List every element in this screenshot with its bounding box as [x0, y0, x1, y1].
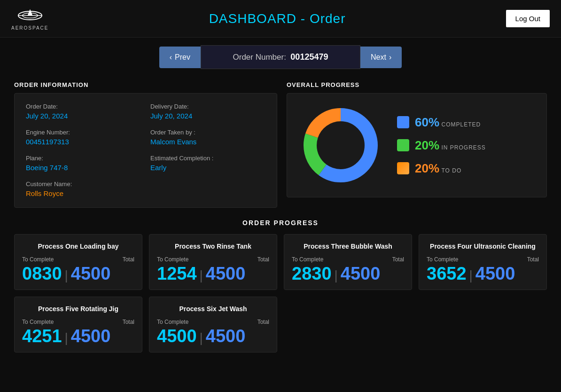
- stat-complete-value: 1254: [157, 265, 197, 282]
- stat-values: 4500 | 4500: [157, 327, 269, 345]
- stat-total-value: 4500: [71, 327, 111, 345]
- customer-label: Customer Name:: [26, 180, 141, 188]
- process-title: Process Two Rinse Tank: [157, 242, 269, 251]
- donut-svg: [298, 103, 383, 188]
- delivery-date-label: Delivery Date:: [150, 103, 265, 110]
- completed-pct: 60%: [415, 115, 439, 129]
- completed-info: 60% COMPLETED: [415, 115, 481, 130]
- order-date-value: July 20, 2024: [26, 112, 68, 120]
- customer-value: Rolls Royce: [26, 189, 63, 197]
- to-complete-label: To Complete: [292, 256, 323, 263]
- delivery-date-value: July 20, 2024: [150, 112, 192, 120]
- stat-labels: To Complete Total: [292, 256, 404, 263]
- order-date-label: Order Date:: [26, 103, 141, 110]
- total-label: Total: [257, 256, 269, 263]
- to-complete-label: To Complete: [157, 319, 188, 325]
- logo-text: AEROSPACE: [11, 25, 49, 31]
- overall-progress-title: OVERALL PROGRESS: [287, 81, 547, 88]
- order-number-prefix: Order Number:: [233, 53, 286, 62]
- process-card: Process Three Bubble Wash To Complete To…: [284, 234, 412, 290]
- order-info-title: ORDER INFORMATION: [14, 81, 277, 88]
- process-row-2: Process Five Rotating Jig To Complete To…: [14, 297, 547, 353]
- stat-separator: |: [335, 268, 338, 283]
- process-card: Process One Loading bay To Complete Tota…: [14, 234, 142, 290]
- total-label: Total: [257, 319, 269, 325]
- legend-todo: 20% TO DO: [397, 161, 486, 176]
- order-progress-title: ORDER PROGRESS: [14, 219, 547, 227]
- order-date-field: Order Date: July 20, 2024: [26, 103, 141, 120]
- est-completion-label: Estimated Completion :: [150, 155, 265, 162]
- logo: AEROSPACE: [11, 7, 49, 31]
- header: AEROSPACE DASHBOARD - Order Log Out: [0, 0, 561, 38]
- delivery-date-field: Delivery Date: July 20, 2024: [150, 103, 265, 120]
- in-progress-pct: 20%: [415, 138, 439, 152]
- total-label: Total: [123, 319, 134, 325]
- total-label: Total: [123, 256, 134, 263]
- process-title: Process Five Rotating Jig: [22, 305, 134, 313]
- stat-separator: |: [65, 268, 68, 283]
- order-info-section: ORDER INFORMATION Order Date: July 20, 2…: [14, 81, 277, 208]
- prev-button[interactable]: ‹ Prev: [159, 47, 201, 68]
- to-complete-label: To Complete: [22, 319, 54, 325]
- stat-values: 0830 | 4500: [22, 265, 134, 283]
- chevron-left-icon: ‹: [170, 53, 172, 62]
- stat-complete-value: 4500: [157, 327, 197, 345]
- svg-marker-3: [27, 9, 32, 16]
- donut-chart: [298, 103, 383, 188]
- est-completion-field: Estimated Completion : Early: [150, 155, 265, 172]
- stat-separator: |: [200, 330, 203, 345]
- total-label: Total: [527, 256, 539, 263]
- process-card: Process Two Rinse Tank To Complete Total…: [149, 234, 277, 290]
- stat-separator: |: [469, 268, 473, 283]
- plane-field: Plane: Boeing 747-8: [26, 155, 141, 172]
- stat-values: 1254 | 4500: [157, 265, 269, 283]
- stat-labels: To Complete Total: [157, 319, 269, 325]
- page-title: DASHBOARD - Order: [209, 11, 346, 26]
- engine-number-label: Engine Number:: [26, 129, 141, 136]
- process-title: Process One Loading bay: [22, 242, 134, 251]
- stat-labels: To Complete Total: [22, 319, 134, 325]
- progress-legend: 60% COMPLETED 20% IN PROGRESS: [397, 115, 486, 176]
- plane-value: Boeing 747-8: [26, 164, 68, 172]
- chevron-right-icon: ›: [389, 53, 391, 62]
- logout-button[interactable]: Log Out: [506, 10, 550, 27]
- order-number-display: Order Number: 00125479: [201, 45, 360, 69]
- stat-total-value: 4500: [71, 265, 111, 282]
- stat-labels: To Complete Total: [157, 256, 269, 263]
- todo-pct: 20%: [415, 161, 439, 175]
- next-button[interactable]: Next ›: [360, 47, 402, 68]
- next-label: Next: [371, 53, 386, 62]
- main-content: ORDER INFORMATION Order Date: July 20, 2…: [0, 77, 561, 362]
- info-progress-row: ORDER INFORMATION Order Date: July 20, 2…: [14, 81, 547, 208]
- order-taken-value: Malcom Evans: [150, 138, 196, 146]
- stat-labels: To Complete Total: [427, 256, 539, 263]
- stat-total-value: 4500: [206, 265, 246, 282]
- stat-total-value: 4500: [206, 327, 246, 345]
- in-progress-label: IN PROGRESS: [442, 144, 486, 151]
- stat-complete-value: 0830: [22, 265, 62, 282]
- completed-label: COMPLETED: [442, 121, 481, 128]
- stat-total-value: 4500: [341, 265, 381, 282]
- todo-label: TO DO: [442, 167, 462, 174]
- engine-number-field: Engine Number: 00451197313: [26, 129, 141, 146]
- stat-complete-value: 2830: [292, 265, 332, 282]
- customer-field: Customer Name: Rolls Royce: [26, 180, 141, 198]
- process-title: Process Three Bubble Wash: [292, 242, 404, 251]
- order-taken-label: Order Taken by :: [150, 129, 265, 136]
- in-progress-swatch: [397, 139, 409, 151]
- stat-values: 3652 | 4500: [427, 265, 539, 283]
- process-card: Process Five Rotating Jig To Complete To…: [14, 297, 142, 353]
- prev-label: Prev: [175, 53, 190, 62]
- todo-info: 20% TO DO: [415, 161, 461, 176]
- to-complete-label: To Complete: [157, 256, 188, 263]
- process-card-empty: [419, 297, 547, 353]
- engine-number-value: 00451197313: [26, 138, 69, 146]
- stat-complete-value: 4251: [22, 327, 62, 345]
- stat-values: 4251 | 4500: [22, 327, 134, 345]
- process-card: Process Four Ultrasonic Cleaning To Comp…: [419, 234, 547, 290]
- stat-labels: To Complete Total: [22, 256, 134, 263]
- stat-complete-value: 3652: [427, 265, 467, 282]
- nav-bar: ‹ Prev Order Number: 00125479 Next ›: [0, 38, 561, 77]
- process-title: Process Four Ultrasonic Cleaning: [427, 242, 539, 251]
- overall-progress-section: OVERALL PROGRESS: [287, 81, 547, 208]
